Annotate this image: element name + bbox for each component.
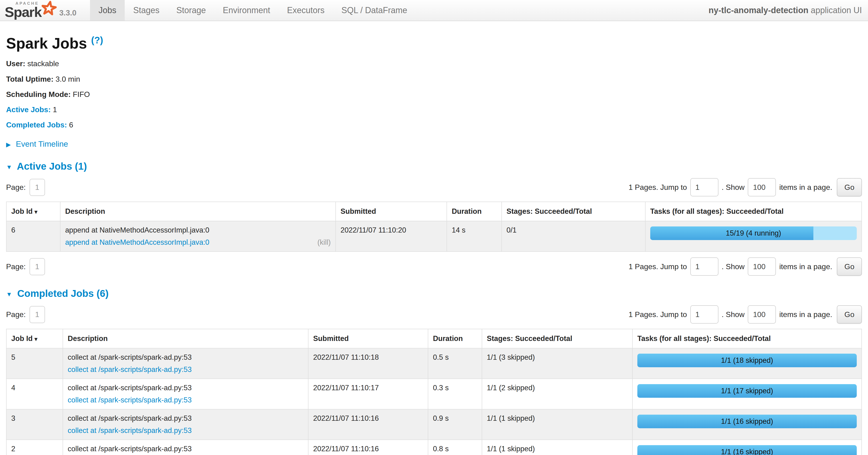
job-duration-cell: 0.3 s [428, 379, 482, 409]
tab-jobs[interactable]: Jobs [90, 0, 125, 21]
job-tasks-cell: 1/1 (18 skipped) [632, 348, 862, 379]
help-link[interactable]: (?) [91, 35, 103, 45]
completed-jobs-pagination-top: Page:11 Pages. Jump to. Showitems in a p… [6, 305, 862, 323]
job-row-5: 5collect at /spark-scripts/spark-ad.py:5… [6, 348, 862, 379]
column-header-job-id[interactable]: Job Id▾ [6, 202, 60, 221]
job-description-link[interactable]: append at NativeMethodAccessorImpl.java:… [65, 238, 209, 247]
show-items-input[interactable] [748, 257, 776, 276]
job-stages-cell: 1/1 (3 skipped) [482, 348, 632, 379]
page-number-button[interactable]: 1 [30, 306, 45, 323]
user-value: stackable [27, 59, 59, 68]
task-progress-bar: 1/1 (18 skipped) [637, 353, 857, 367]
column-header-job-id[interactable]: Job Id▾ [6, 329, 63, 348]
sort-desc-icon: ▾ [34, 336, 37, 342]
uptime-label: Total Uptime: [6, 75, 54, 83]
go-button[interactable]: Go [837, 257, 862, 276]
nav-tabs: JobsStagesStorageEnvironmentExecutorsSQL… [90, 0, 415, 21]
completed-jobs-link[interactable]: Completed Jobs: [6, 121, 67, 129]
show-text: . Show [722, 262, 745, 271]
pages-count-text: 1 Pages. Jump to [629, 262, 687, 271]
tab-stages[interactable]: Stages [125, 0, 168, 21]
page-number-button[interactable]: 1 [30, 179, 45, 196]
column-header-stages-succeeded-total[interactable]: Stages: Succeeded/Total [482, 329, 632, 348]
show-text: . Show [722, 310, 745, 319]
pager-left: Page:1 [6, 258, 45, 275]
tab-storage[interactable]: Storage [168, 0, 214, 21]
job-id-cell: 6 [6, 221, 60, 252]
job-description-text: collect at /spark-scripts/spark-ad.py:53 [68, 414, 303, 423]
caret-down-icon: ▼ [6, 291, 12, 298]
column-header-stages-succeeded-total[interactable]: Stages: Succeeded/Total [502, 202, 645, 221]
items-in-page-text: items in a page. [779, 183, 832, 192]
spark-brand-text: Spark [5, 4, 41, 20]
kill-link[interactable]: (kill) [317, 238, 331, 247]
job-stages-cell: 1/1 (2 skipped) [482, 379, 632, 409]
job-description-link[interactable]: collect at /spark-scripts/spark-ad.py:53 [68, 426, 192, 435]
pages-count-text: 1 Pages. Jump to [629, 310, 687, 319]
caret-down-icon: ▼ [6, 164, 12, 171]
active-jobs-pagination-bottom: Page:11 Pages. Jump to. Showitems in a p… [6, 257, 862, 276]
column-header-submitted[interactable]: Submitted [336, 202, 447, 221]
tab-executors[interactable]: Executors [279, 0, 333, 21]
items-in-page-text: items in a page. [779, 262, 832, 271]
page-title-text: Spark Jobs [6, 35, 87, 52]
job-description-text: append at NativeMethodAccessorImpl.java:… [65, 226, 331, 234]
task-progress-label: 15/19 (4 running) [650, 226, 857, 240]
task-progress-bar: 1/1 (16 skipped) [637, 415, 857, 428]
spark-version: 3.3.0 [57, 8, 78, 19]
job-description-text: collect at /spark-scripts/spark-ad.py:53 [68, 353, 303, 362]
column-header-submitted[interactable]: Submitted [308, 329, 428, 348]
column-header-tasks-for-all-stages-succeeded-total[interactable]: Tasks (for all stages): Succeeded/Total [645, 202, 862, 221]
page-label: Page: [6, 183, 26, 192]
summary-completed-jobs: Completed Jobs: 6 [6, 120, 862, 130]
scheduling-mode-value: FIFO [73, 90, 90, 98]
job-description-link[interactable]: collect at /spark-scripts/spark-ad.py:53 [68, 365, 192, 374]
job-summary-list: User: stackable Total Uptime: 3.0 min Sc… [6, 59, 862, 130]
go-button[interactable]: Go [837, 178, 862, 196]
job-submitted-cell: 2022/11/07 11:10:20 [336, 221, 447, 252]
job-description-cell: collect at /spark-scripts/spark-ad.py:53… [63, 409, 308, 440]
column-header-tasks-for-all-stages-succeeded-total[interactable]: Tasks (for all stages): Succeeded/Total [632, 329, 862, 348]
job-stages-cell: 1/1 (1 skipped) [482, 409, 632, 440]
pager-right: 1 Pages. Jump to. Showitems in a page.Go [629, 178, 862, 196]
tab-sql-dataframe[interactable]: SQL / DataFrame [333, 0, 416, 21]
active-jobs-pagination-top: Page:11 Pages. Jump to. Showitems in a p… [6, 178, 862, 196]
job-description-cell: collect at /spark-scripts/spark-ad.py:53… [63, 348, 308, 379]
show-text: . Show [722, 183, 745, 192]
column-header-duration[interactable]: Duration [447, 202, 502, 221]
page-label: Page: [6, 262, 26, 271]
event-timeline-label: Event Timeline [16, 139, 68, 148]
show-items-input[interactable] [748, 178, 776, 196]
task-progress-label: 1/1 (16 skipped) [637, 415, 857, 428]
items-in-page-text: items in a page. [779, 310, 832, 319]
completed-jobs-section-title: Completed Jobs (6) [17, 288, 108, 299]
active-jobs-count: 1 [53, 105, 57, 114]
job-description-link[interactable]: collect at /spark-scripts/spark-ad.py:53 [68, 396, 192, 404]
event-timeline-toggle[interactable]: ▶ Event Timeline [6, 139, 862, 148]
scheduling-mode-label: Scheduling Mode: [6, 90, 71, 98]
active-jobs-section-header[interactable]: ▼ Active Jobs (1) [6, 161, 862, 172]
column-header-duration[interactable]: Duration [428, 329, 482, 348]
spark-star-icon [40, 0, 58, 18]
job-tasks-cell: 1/1 (17 skipped) [632, 379, 862, 409]
jump-to-input[interactable] [690, 178, 718, 196]
column-header-description[interactable]: Description [63, 329, 308, 348]
pager-left: Page:1 [6, 306, 45, 323]
active-jobs-link[interactable]: Active Jobs: [6, 105, 51, 114]
completed-jobs-section-header[interactable]: ▼ Completed Jobs (6) [6, 288, 862, 299]
jump-to-input[interactable] [690, 305, 718, 323]
go-button[interactable]: Go [837, 305, 862, 323]
task-progress-bar: 1/1 (17 skipped) [637, 384, 857, 398]
job-tasks-cell: 1/1 (16 skipped) [632, 440, 862, 455]
task-progress-label: 1/1 (16 skipped) [637, 445, 857, 455]
spark-logo: APACHE Spark 3.3.0 [0, 0, 81, 21]
user-label: User: [6, 59, 25, 68]
pager-left: Page:1 [6, 179, 45, 196]
page-number-button[interactable]: 1 [30, 258, 45, 275]
job-tasks-cell: 1/1 (16 skipped) [632, 409, 862, 440]
job-description-cell: append at NativeMethodAccessorImpl.java:… [60, 221, 336, 252]
column-header-description[interactable]: Description [60, 202, 336, 221]
show-items-input[interactable] [748, 305, 776, 323]
jump-to-input[interactable] [690, 257, 718, 276]
tab-environment[interactable]: Environment [214, 0, 278, 21]
